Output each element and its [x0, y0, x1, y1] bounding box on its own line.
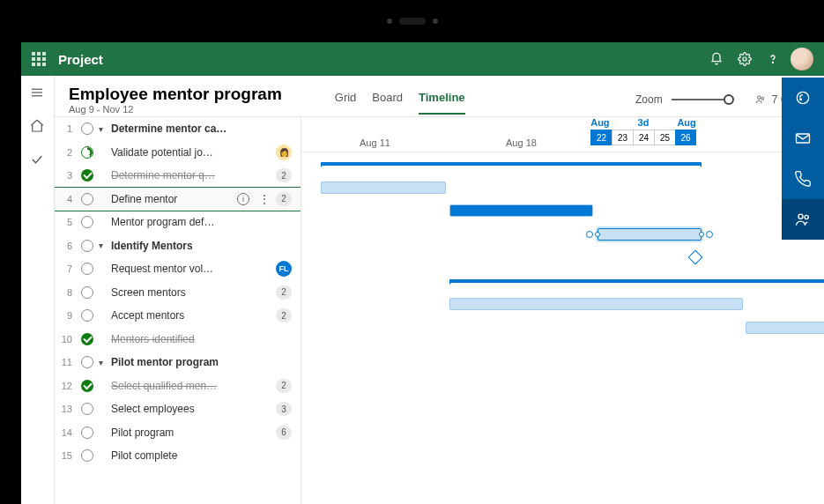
- chevron-down-icon[interactable]: ▾: [99, 241, 111, 250]
- task-list: 1▾Determine mentor ca…2Validate potentia…: [55, 117, 301, 504]
- task-status-icon[interactable]: [76, 403, 99, 415]
- headset-icon[interactable]: [782, 78, 824, 118]
- phone-icon[interactable]: [782, 159, 824, 199]
- task-name[interactable]: Identify Mentors: [111, 240, 292, 252]
- task-status-icon[interactable]: [76, 146, 99, 159]
- summary-bar[interactable]: [321, 162, 702, 166]
- task-status-icon[interactable]: [76, 193, 99, 205]
- date-cell[interactable]: 23: [612, 130, 633, 145]
- task-status-icon[interactable]: [76, 216, 99, 228]
- gantt-row: [301, 293, 824, 316]
- chevron-down-icon[interactable]: ▾: [99, 124, 111, 134]
- more-icon[interactable]: ⋮: [253, 193, 276, 205]
- task-name[interactable]: Validate potential jo…: [111, 146, 276, 159]
- info-icon[interactable]: i: [237, 193, 249, 205]
- task-bar[interactable]: [449, 298, 743, 310]
- gantt-row: [301, 316, 824, 340]
- resize-handle-icon[interactable]: [595, 232, 600, 237]
- task-row[interactable]: 6▾Identify Mentors: [55, 234, 301, 258]
- assignee-avatar[interactable]: FL: [276, 261, 292, 277]
- task-name[interactable]: Request mentor vol…: [111, 263, 276, 275]
- app-launcher-icon[interactable]: [32, 52, 46, 66]
- date-cell[interactable]: 22: [590, 130, 612, 145]
- task-row[interactable]: 7Request mentor vol…FL: [55, 257, 301, 281]
- task-row[interactable]: 2Validate potential jo…👩: [55, 141, 301, 165]
- date-cell[interactable]: 24: [633, 130, 654, 145]
- task-status-icon[interactable]: [76, 449, 99, 462]
- chevron-down-icon[interactable]: ▾: [99, 358, 111, 367]
- user-avatar[interactable]: [791, 48, 813, 70]
- link-handle-icon[interactable]: [586, 231, 593, 238]
- zoom-slider[interactable]: Zoom: [635, 93, 733, 106]
- task-name[interactable]: Screen mentors: [111, 286, 276, 299]
- mail-icon[interactable]: [782, 118, 824, 159]
- task-row[interactable]: 15Pilot complete: [55, 444, 301, 468]
- task-bar[interactable]: [746, 322, 824, 334]
- tab-grid[interactable]: Grid: [335, 85, 357, 115]
- task-number: 2: [55, 147, 76, 158]
- task-row[interactable]: 14Pilot program6: [55, 421, 301, 445]
- task-name[interactable]: Determine mentor ca…: [111, 122, 292, 135]
- task-name[interactable]: Determine mentor q…: [111, 169, 276, 182]
- task-row[interactable]: 4Define mentori⋮2: [55, 188, 301, 211]
- date-cell[interactable]: 25: [654, 130, 675, 145]
- summary-bar[interactable]: [449, 279, 824, 283]
- gantt-row: [301, 176, 824, 200]
- task-row[interactable]: 8Screen mentors2: [55, 281, 301, 305]
- help-icon[interactable]: [759, 42, 787, 76]
- gantt-chart[interactable]: Aug 11 Aug 18 Sep 1 Aug 3d Aug 222324252…: [301, 117, 824, 504]
- date-range-highlight[interactable]: Aug 3d Aug 2223242526: [590, 117, 696, 145]
- notifications-icon[interactable]: [702, 42, 731, 76]
- task-row[interactable]: 3Determine mentor q…2: [55, 164, 301, 188]
- task-bar[interactable]: [598, 228, 702, 241]
- task-number: 3: [55, 170, 76, 181]
- tab-timeline[interactable]: Timeline: [419, 85, 465, 115]
- task-status-icon[interactable]: [76, 380, 99, 392]
- task-status-icon[interactable]: [76, 426, 99, 439]
- task-name[interactable]: Pilot mentor program: [111, 356, 292, 368]
- task-name[interactable]: Pilot program: [111, 426, 276, 439]
- task-bar[interactable]: [321, 182, 446, 194]
- task-bar[interactable]: [449, 204, 593, 217]
- link-handle-icon[interactable]: [706, 231, 713, 238]
- task-status-icon[interactable]: [76, 169, 99, 182]
- date-cell[interactable]: 26: [675, 130, 696, 145]
- home-icon[interactable]: [29, 118, 47, 136]
- task-name[interactable]: Mentors identified: [111, 333, 292, 345]
- task-name[interactable]: Select qualified men…: [111, 380, 276, 392]
- task-status-icon[interactable]: [76, 240, 99, 252]
- task-row[interactable]: 13Select employees3: [55, 397, 301, 421]
- tab-board[interactable]: Board: [372, 85, 403, 115]
- svg-rect-9: [797, 134, 810, 143]
- count-badge: 6: [276, 426, 292, 440]
- check-icon[interactable]: [29, 152, 47, 169]
- task-status-icon[interactable]: [76, 286, 99, 299]
- task-name[interactable]: Select employees: [111, 403, 276, 415]
- milestone-marker[interactable]: [688, 250, 703, 265]
- people-icon[interactable]: [782, 199, 824, 240]
- task-row[interactable]: 10Mentors identified: [55, 328, 301, 352]
- gantt-row: [301, 479, 824, 503]
- task-name[interactable]: Accept mentors: [111, 309, 276, 322]
- settings-icon[interactable]: [731, 42, 759, 76]
- assignee-avatar[interactable]: 👩: [276, 145, 292, 160]
- gantt-row: [301, 152, 824, 176]
- menu-icon[interactable]: [29, 85, 47, 102]
- resize-handle-icon[interactable]: [699, 232, 704, 237]
- task-status-icon[interactable]: [76, 263, 99, 275]
- side-action-bar: [782, 78, 824, 240]
- task-status-icon[interactable]: [76, 333, 99, 345]
- task-status-icon[interactable]: [76, 356, 99, 368]
- task-row[interactable]: 5Mentor program def…: [55, 211, 301, 234]
- task-row[interactable]: 11▾Pilot mentor program: [55, 351, 301, 374]
- task-row[interactable]: 1▾Determine mentor ca…: [55, 117, 301, 141]
- task-status-icon[interactable]: [76, 122, 99, 135]
- task-status-icon[interactable]: [76, 309, 99, 322]
- task-row[interactable]: 9Accept mentors2: [55, 304, 301, 328]
- task-number: 9: [55, 310, 76, 321]
- task-name[interactable]: Mentor program def…: [111, 216, 292, 228]
- task-row[interactable]: 12Select qualified men…2: [55, 374, 301, 398]
- task-name[interactable]: Define mentor: [111, 193, 234, 205]
- gantt-row: [301, 223, 824, 247]
- task-name[interactable]: Pilot complete: [111, 449, 292, 462]
